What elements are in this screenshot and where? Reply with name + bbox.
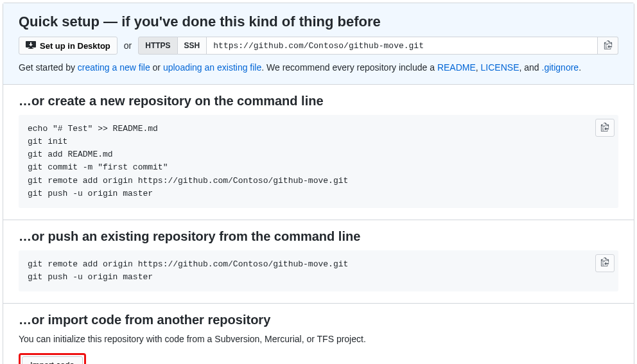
- clone-row: Set up in Desktop or HTTPS SSH: [19, 37, 618, 55]
- desktop-icon: [26, 40, 36, 52]
- clipboard-icon: [604, 40, 613, 51]
- protocol-toggle: HTTPS SSH: [138, 37, 207, 55]
- clipboard-icon: [600, 123, 609, 134]
- create-repo-section: …or create a new repository on the comma…: [3, 85, 634, 220]
- copy-push-code-button[interactable]: [595, 254, 615, 272]
- readme-link[interactable]: README: [437, 62, 476, 73]
- create-repo-title: …or create a new repository on the comma…: [19, 94, 618, 108]
- or-separator: or: [118, 37, 138, 55]
- import-description: You can initialize this repository with …: [19, 334, 618, 344]
- desktop-button-label: Set up in Desktop: [40, 41, 110, 51]
- quick-setup-title: Quick setup — if you've done this kind o…: [19, 13, 618, 30]
- gitignore-link[interactable]: .gitignore: [542, 62, 579, 73]
- create-file-link[interactable]: creating a new file: [78, 62, 150, 73]
- import-highlight-box: Import code: [19, 353, 86, 364]
- setup-in-desktop-button[interactable]: Set up in Desktop: [19, 37, 118, 55]
- import-title: …or import code from another repository: [19, 313, 618, 327]
- create-repo-code[interactable]: echo "# Test" >> README.md git init git …: [19, 115, 618, 208]
- https-toggle[interactable]: HTTPS: [138, 37, 177, 55]
- license-link[interactable]: LICENSE: [481, 62, 519, 73]
- copy-create-code-button[interactable]: [595, 119, 615, 137]
- ssh-toggle[interactable]: SSH: [178, 37, 207, 55]
- repo-setup-panel: Quick setup — if you've done this kind o…: [3, 3, 634, 364]
- import-code-button[interactable]: Import code: [22, 356, 83, 364]
- quick-setup-section: Quick setup — if you've done this kind o…: [3, 3, 634, 85]
- upload-file-link[interactable]: uploading an existing file: [163, 62, 261, 73]
- push-repo-section: …or push an existing repository from the…: [3, 220, 634, 304]
- copy-url-button[interactable]: [598, 37, 618, 55]
- import-code-section: …or import code from another repository …: [3, 304, 634, 364]
- quick-setup-help: Get started by creating a new file or up…: [19, 62, 618, 73]
- clone-url-input[interactable]: [207, 37, 598, 55]
- push-repo-code[interactable]: git remote add origin https://github.com…: [19, 250, 618, 291]
- push-repo-title: …or push an existing repository from the…: [19, 229, 618, 244]
- clipboard-icon: [600, 257, 609, 268]
